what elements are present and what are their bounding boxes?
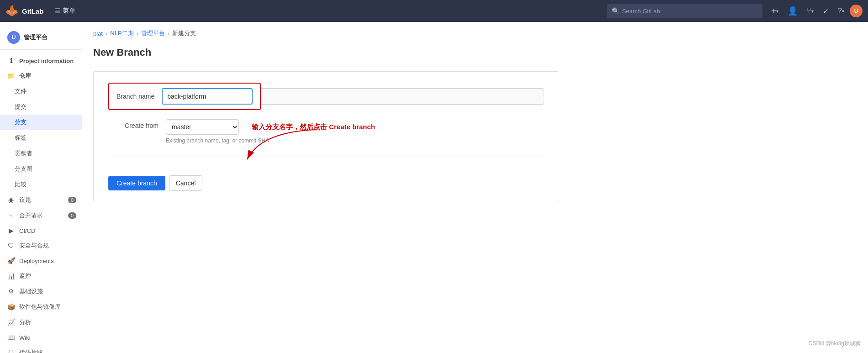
sidebar-item-label-snippets: 代码片段 xyxy=(19,348,43,353)
form-divider xyxy=(108,157,544,157)
create-from-hint: Existing branch name, tag, or commit SHA xyxy=(166,137,375,144)
sidebar-item-infra[interactable]: ⚙ 基础设施 xyxy=(0,284,82,299)
profile-button[interactable]: 👤 xyxy=(784,3,801,19)
deployments-icon: 🚀 xyxy=(7,257,15,264)
sidebar-item-label-commits: 提交 xyxy=(15,103,26,111)
sidebar-item-snippets[interactable]: { } 代码片段 xyxy=(0,345,82,353)
branch-name-highlighted-box: Branch name xyxy=(108,83,261,110)
help-icon: ? xyxy=(838,7,842,15)
sidebar-item-issues[interactable]: ◉ 议题 0 xyxy=(0,192,82,208)
action-row: Create branch Cancel xyxy=(108,166,544,191)
sidebar-item-label-deployments: Deployments xyxy=(19,258,54,264)
breadcrumb-plat[interactable]: plat xyxy=(93,30,103,37)
annotation-arrow-icon xyxy=(233,127,325,164)
chevron-down-icon: ▾ xyxy=(776,9,778,14)
sidebar-item-label-branches: 分支 xyxy=(15,118,26,126)
watermark: CSDN @No8g玫城狮 xyxy=(809,340,861,348)
issues-icon: ◉ xyxy=(7,196,15,204)
sidebar-item-label-security: 安全与合规 xyxy=(19,242,49,250)
breadcrumb: plat › NLP二期 › 管理平台 › 新建分支 xyxy=(93,29,857,37)
sidebar-item-cicd[interactable]: ▶ CI/CD xyxy=(0,223,82,238)
create-new-button[interactable]: + ▾ xyxy=(768,4,783,19)
main-layout: U 管理平台 ℹ Project information 📁 仓库 文件 提交 … xyxy=(0,22,868,353)
chevron-down-icon-help: ▾ xyxy=(842,9,844,14)
sidebar-item-packages[interactable]: 📦 软件包与镜像库 xyxy=(0,299,82,315)
branch-name-label: Branch name xyxy=(116,93,154,100)
sidebar-avatar: U xyxy=(7,31,20,44)
breadcrumb-sep-2: › xyxy=(137,30,138,37)
create-from-row: Create from master main develop 输入分支名字，然… xyxy=(108,119,474,144)
sidebar-item-graph[interactable]: 分支图 xyxy=(0,161,82,177)
repository-icon: 📁 xyxy=(7,72,15,79)
navbar: GitLab ☰ 菜单 🔍 + ▾ 👤 ⑂ ▾ ✓ ? ▾ U xyxy=(0,0,868,22)
monitor-icon: 📊 xyxy=(7,272,15,279)
packages-icon: 📦 xyxy=(7,303,15,311)
sidebar-item-label-compare: 比较 xyxy=(15,180,26,189)
todo-button[interactable]: ✓ xyxy=(819,4,832,18)
sidebar-item-label-issues: 议题 xyxy=(19,196,31,204)
sidebar-item-label-graph: 分支图 xyxy=(15,165,32,173)
help-button[interactable]: ? ▾ xyxy=(834,4,848,18)
sidebar-item-commits[interactable]: 提交 xyxy=(0,99,82,115)
navbar-actions: + ▾ 👤 ⑂ ▾ ✓ ? ▾ U xyxy=(768,3,863,19)
search-icon: 🔍 xyxy=(612,7,619,15)
breadcrumb-nlp[interactable]: NLP二期 xyxy=(110,29,133,37)
sidebar-item-contributors[interactable]: 贡献者 xyxy=(0,146,82,161)
search-bar[interactable]: 🔍 xyxy=(607,4,762,18)
cancel-button[interactable]: Cancel xyxy=(169,175,203,191)
security-icon: 🛡 xyxy=(7,242,15,249)
user-icon: 👤 xyxy=(788,6,798,16)
todo-icon: ✓ xyxy=(823,7,829,16)
sidebar-item-security[interactable]: 🛡 安全与合规 xyxy=(0,238,82,253)
sidebar-item-label-wiki: Wiki xyxy=(19,334,31,341)
breadcrumb-current: 新建分支 xyxy=(172,29,196,37)
branch-name-extra-input[interactable] xyxy=(261,88,544,105)
sidebar-item-label-repository: 仓库 xyxy=(19,72,31,80)
sidebar-item-tags[interactable]: 标签 xyxy=(0,130,82,146)
navbar-menu-button[interactable]: ☰ 菜单 xyxy=(51,5,79,17)
plus-icon: + xyxy=(772,6,777,16)
wiki-icon: 📖 xyxy=(7,334,15,341)
breadcrumb-platform[interactable]: 管理平台 xyxy=(141,29,165,37)
sidebar-item-repository[interactable]: 📁 仓库 xyxy=(0,68,82,84)
breadcrumb-sep-3: › xyxy=(168,30,169,37)
sidebar-user-name: 管理平台 xyxy=(24,33,48,42)
create-from-select[interactable]: master main develop xyxy=(166,119,239,135)
sidebar-item-analytics[interactable]: 📈 分析 xyxy=(0,315,82,330)
sidebar-item-wiki[interactable]: 📖 Wiki xyxy=(0,330,82,345)
new-branch-form: Branch name Create from master main deve… xyxy=(93,71,559,202)
sidebar-item-files[interactable]: 文件 xyxy=(0,84,82,99)
sidebar-item-label-merge-requests: 合并请求 xyxy=(19,211,43,220)
sidebar-item-deployments[interactable]: 🚀 Deployments xyxy=(0,253,82,268)
merge-requests-nav-button[interactable]: ⑂ ▾ xyxy=(803,4,817,18)
sidebar-item-label-tags: 标签 xyxy=(15,134,26,142)
branch-name-input[interactable] xyxy=(162,88,253,105)
page-title: New Branch xyxy=(93,47,857,58)
sidebar-item-label-project-info: Project information xyxy=(19,58,74,64)
chevron-down-icon-mr: ▾ xyxy=(811,9,814,14)
sidebar: U 管理平台 ℹ Project information 📁 仓库 文件 提交 … xyxy=(0,22,82,353)
sidebar-item-branches[interactable]: 分支 xyxy=(0,115,82,130)
navbar-brand-label: GitLab xyxy=(22,7,44,15)
sidebar-user-info: U 管理平台 xyxy=(0,26,82,50)
sidebar-item-project-info[interactable]: ℹ Project information xyxy=(0,53,82,68)
main-content: plat › NLP二期 › 管理平台 › 新建分支 New Branch Br… xyxy=(82,22,868,353)
sidebar-item-label-cicd: CI/CD xyxy=(19,227,35,234)
sidebar-item-label-monitor: 监控 xyxy=(19,272,31,280)
gitlab-logo-icon xyxy=(5,5,18,17)
create-from-label: Create from xyxy=(108,119,159,129)
merge-requests-icon: ⑂ xyxy=(7,212,15,219)
info-icon: ℹ xyxy=(7,57,15,64)
sidebar-item-label-infra: 基础设施 xyxy=(19,287,43,295)
infra-icon: ⚙ xyxy=(7,288,15,295)
avatar[interactable]: U xyxy=(850,5,863,17)
create-branch-button[interactable]: Create branch xyxy=(108,176,165,190)
branch-name-row: Branch name xyxy=(108,83,544,110)
sidebar-item-label-analytics: 分析 xyxy=(19,318,31,327)
issues-badge: 0 xyxy=(68,197,76,203)
search-input[interactable] xyxy=(622,8,758,15)
sidebar-item-compare[interactable]: 比较 xyxy=(0,177,82,192)
navbar-brand[interactable]: GitLab xyxy=(5,5,44,17)
sidebar-item-merge-requests[interactable]: ⑂ 合并请求 0 xyxy=(0,208,82,223)
sidebar-item-monitor[interactable]: 📊 监控 xyxy=(0,268,82,284)
